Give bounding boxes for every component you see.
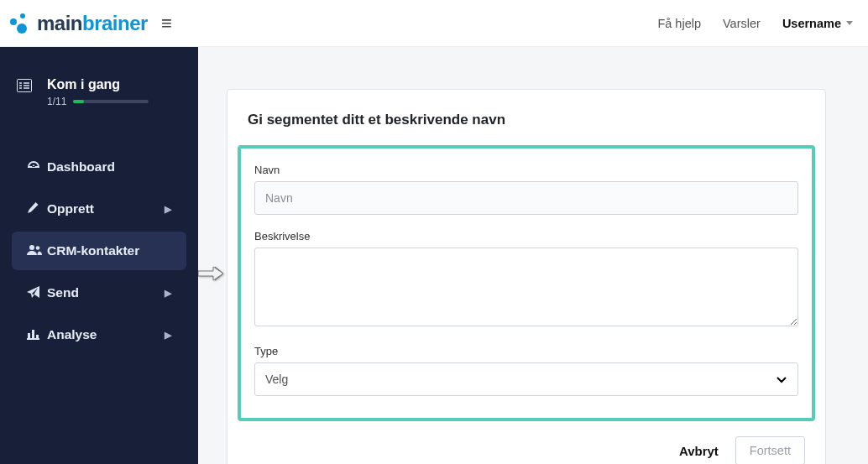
svg-rect-10 (28, 333, 30, 338)
chevron-right-icon: ▶ (165, 330, 171, 341)
svg-rect-9 (27, 338, 39, 340)
svg-rect-12 (36, 335, 39, 338)
progress-counter: 1/11 (47, 96, 66, 107)
card-title: Gi segmentet ditt et beskrivende navn (227, 112, 825, 145)
brand-logo[interactable]: mainbrainer (8, 12, 148, 35)
continue-button[interactable]: Fortsett (735, 436, 805, 464)
app-shell: Kom i gang 1/11 Dashboard Opprett ▶ CRM-… (0, 47, 868, 464)
paper-plane-icon (27, 286, 47, 300)
progress-bar (73, 100, 149, 103)
onboarding-progress[interactable]: Kom i gang 1/11 (0, 77, 198, 128)
sidebar-item-label: Opprett (47, 201, 94, 216)
top-links: Få hjelp Varsler Username (657, 17, 853, 30)
sidebar-item-send[interactable]: Send ▶ (12, 274, 186, 312)
description-label: Beskrivelse (254, 230, 798, 242)
brand-name-part1: main (37, 12, 82, 35)
alerts-link[interactable]: Varsler (723, 17, 761, 30)
sidebar-nav: Dashboard Opprett ▶ CRM-kontakter Send ▶… (0, 148, 198, 354)
description-input[interactable] (254, 248, 798, 326)
hamburger-icon[interactable]: ≡ (161, 14, 172, 33)
username-label: Username (782, 17, 841, 30)
cancel-button[interactable]: Avbryt (679, 444, 719, 458)
sidebar-item-label: Dashboard (47, 159, 115, 175)
name-input[interactable] (254, 181, 798, 215)
svg-point-8 (36, 246, 40, 250)
type-label: Type (254, 345, 798, 357)
users-icon (27, 244, 47, 258)
svg-rect-11 (32, 330, 34, 338)
help-link[interactable]: Få hjelp (657, 17, 701, 30)
sidebar-item-label: Send (47, 285, 79, 300)
bar-chart-icon (27, 328, 47, 342)
sidebar-item-label: CRM-kontakter (47, 243, 139, 258)
sidebar-item-crm-kontakter[interactable]: CRM-kontakter (12, 232, 186, 270)
svg-point-7 (29, 245, 34, 250)
name-label: Navn (254, 164, 798, 176)
sidebar-item-dashboard[interactable]: Dashboard (12, 148, 186, 186)
checklist-icon (17, 79, 32, 96)
type-select[interactable] (254, 362, 798, 396)
caret-down-icon (846, 21, 853, 25)
user-menu[interactable]: Username (782, 17, 853, 30)
chevron-right-icon: ▶ (165, 288, 171, 299)
brand-name-part2: brainer (82, 12, 148, 35)
segment-form-card: Gi segmentet ditt et beskrivende navn Na… (227, 89, 826, 464)
card-actions: Avbryt Fortsett (227, 421, 825, 464)
sidebar-item-analyse[interactable]: Analyse ▶ (12, 315, 186, 354)
gauge-icon (27, 160, 47, 175)
logo-mark-icon (8, 12, 32, 35)
form-highlight: Navn Beskrivelse Type (238, 145, 815, 421)
sidebar-item-label: Analyse (47, 327, 97, 342)
chevron-right-icon: ▶ (165, 204, 171, 215)
sidebar: Kom i gang 1/11 Dashboard Opprett ▶ CRM-… (0, 47, 198, 464)
content-area: Gi segmentet ditt et beskrivende navn Na… (198, 47, 868, 464)
tutorial-arrow-icon (198, 265, 223, 282)
pencil-icon (27, 202, 47, 216)
progress-title: Kom i gang (47, 77, 149, 92)
sidebar-item-opprett[interactable]: Opprett ▶ (12, 190, 186, 228)
topbar: mainbrainer ≡ Få hjelp Varsler Username (0, 0, 868, 47)
